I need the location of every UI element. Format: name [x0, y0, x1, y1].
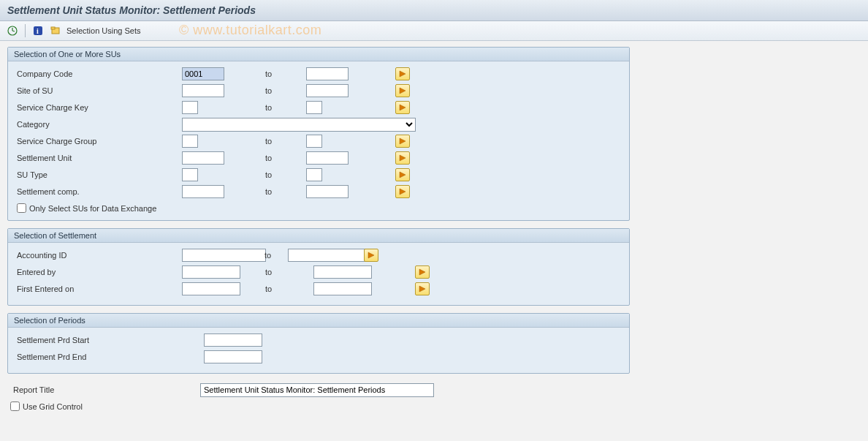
su-type-label: SU Type — [14, 170, 182, 179]
report-title-label: Report Title — [10, 385, 200, 394]
to-label: to — [248, 154, 306, 162]
company-code-to-input[interactable] — [306, 67, 349, 80]
group-selection-settlement: Selection of Settlement Accounting ID to… — [7, 228, 630, 306]
settlement-prd-start-label: Settlement Prd Start — [14, 336, 204, 344]
multi-select-button[interactable] — [395, 168, 410, 181]
to-label: to — [248, 268, 313, 276]
service-key-from-input[interactable] — [182, 101, 198, 114]
category-label: Category — [14, 120, 182, 129]
svg-marker-12 — [400, 172, 406, 178]
settlement-comp-from-input[interactable] — [182, 185, 224, 198]
settlement-prd-end-input[interactable] — [204, 350, 262, 363]
service-key-to-input[interactable] — [306, 101, 322, 114]
svg-marker-9 — [400, 105, 406, 110]
svg-marker-15 — [419, 269, 425, 275]
entered-by-label: Entered by — [14, 268, 182, 276]
multi-select-button[interactable] — [395, 151, 410, 165]
multi-select-button[interactable] — [395, 101, 410, 114]
settlement-unit-label: Settlement Unit — [14, 154, 182, 162]
svg-marker-13 — [400, 189, 406, 195]
svg-marker-14 — [368, 252, 374, 258]
settlement-unit-from-input[interactable] — [182, 151, 224, 165]
info-icon[interactable]: i — [31, 24, 45, 37]
use-grid-control-label: Use Grid Control — [23, 402, 83, 411]
svg-marker-11 — [400, 155, 406, 161]
settlement-comp-to-input[interactable] — [306, 185, 349, 198]
watermark: © www.tutorialkart.com — [179, 23, 321, 38]
svg-rect-6 — [51, 27, 55, 29]
first-entered-on-label: First Entered on — [14, 284, 182, 293]
multi-select-button[interactable] — [395, 135, 410, 148]
group-header: Selection of Periods — [8, 314, 629, 328]
first-entered-to-input[interactable] — [313, 282, 372, 295]
to-label: to — [248, 251, 288, 260]
content-area: Selection of One or More SUs Company Cod… — [0, 41, 637, 417]
multi-select-button[interactable] — [395, 67, 410, 80]
multi-select-button[interactable] — [395, 84, 410, 97]
toolbar-separator — [25, 24, 26, 37]
category-select[interactable] — [182, 118, 416, 132]
execute-icon[interactable] — [6, 24, 19, 37]
to-label: to — [248, 170, 306, 179]
settlement-unit-to-input[interactable] — [306, 151, 349, 165]
group-header: Selection of One or More SUs — [8, 48, 629, 61]
selection-using-sets-button[interactable]: Selection Using Sets — [66, 26, 141, 35]
page-title: Settlement Unit Status Monitor: Settleme… — [0, 0, 868, 21]
service-charge-group-label: Service Charge Group — [14, 137, 182, 146]
to-label: to — [248, 284, 313, 293]
entered-by-to-input[interactable] — [313, 265, 372, 279]
company-code-label: Company Code — [14, 69, 182, 78]
accounting-id-to-input[interactable] — [288, 249, 372, 262]
to-label: to — [248, 86, 306, 95]
only-select-sus-label: Only Select SUs for Data Exchange — [29, 204, 156, 213]
to-label: to — [248, 69, 306, 78]
company-code-from-input[interactable] — [182, 67, 224, 80]
settlement-prd-end-label: Settlement Prd End — [14, 353, 204, 361]
site-of-su-label: Site of SU — [14, 86, 182, 95]
service-group-to-input[interactable] — [306, 135, 322, 148]
group-header: Selection of Settlement — [8, 229, 629, 243]
settlement-comp-label: Settlement comp. — [14, 187, 182, 196]
svg-marker-10 — [400, 138, 406, 144]
site-of-su-to-input[interactable] — [306, 84, 349, 97]
su-type-to-input[interactable] — [306, 168, 322, 181]
entered-by-from-input[interactable] — [182, 265, 240, 279]
service-group-from-input[interactable] — [182, 135, 198, 148]
toolbar: i Selection Using Sets © www.tutorialkar… — [0, 21, 868, 41]
service-charge-key-label: Service Charge Key — [14, 103, 182, 112]
svg-text:i: i — [37, 27, 39, 35]
to-label: to — [248, 103, 306, 112]
report-title-input[interactable] — [200, 383, 434, 397]
to-label: to — [248, 137, 306, 146]
svg-marker-7 — [400, 71, 406, 77]
only-select-sus-checkbox[interactable] — [17, 203, 26, 213]
su-type-from-input[interactable] — [182, 168, 198, 181]
variant-icon[interactable] — [49, 24, 62, 37]
first-entered-from-input[interactable] — [182, 282, 240, 295]
accounting-id-label: Accounting ID — [14, 251, 182, 260]
site-of-su-from-input[interactable] — [182, 84, 224, 97]
multi-select-button[interactable] — [364, 249, 378, 262]
multi-select-button[interactable] — [395, 185, 410, 198]
group-selection-periods: Selection of Periods Settlement Prd Star… — [7, 313, 630, 374]
svg-line-2 — [12, 31, 15, 31]
use-grid-control-checkbox[interactable] — [10, 402, 20, 411]
svg-marker-16 — [419, 286, 425, 292]
multi-select-button[interactable] — [415, 265, 430, 279]
to-label: to — [248, 187, 306, 196]
settlement-prd-start-input[interactable] — [204, 333, 262, 347]
svg-marker-8 — [400, 88, 406, 94]
group-selection-sus: Selection of One or More SUs Company Cod… — [7, 47, 630, 221]
multi-select-button[interactable] — [415, 282, 430, 295]
